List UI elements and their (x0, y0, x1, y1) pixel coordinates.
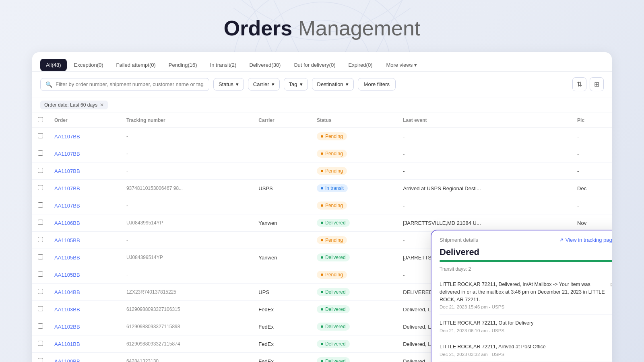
search-input[interactable] (56, 81, 204, 87)
carrier: USPS (253, 180, 311, 197)
panel-title-label: Shipment details (440, 237, 478, 243)
event-description: LITTLE ROCK,AR 72211, Out for Delivery (440, 319, 612, 327)
row-checkbox[interactable] (38, 306, 43, 311)
page-title-section: Orders Management (0, 0, 644, 52)
progress-bar-wrap (431, 260, 612, 262)
tab-pending[interactable]: Pending(16) (163, 59, 203, 71)
tracking-number: - (121, 128, 253, 145)
row-checkbox[interactable] (38, 341, 43, 346)
pic: - (572, 197, 612, 214)
tab-all[interactable]: All(48) (40, 59, 67, 71)
tag-filter-button[interactable]: Tag (284, 78, 308, 90)
order-link[interactable]: AA1107BB (54, 185, 80, 191)
tab-out-for-delivery[interactable]: Out for delivery(0) (288, 59, 341, 71)
row-checkbox[interactable] (38, 237, 43, 242)
view-tracking-link[interactable]: ↗ View in tracking page (559, 237, 612, 243)
row-checkbox[interactable] (38, 150, 43, 156)
status-cell: Delivered (311, 214, 397, 232)
transit-days: Transit days: 2 (431, 265, 612, 276)
order-link[interactable]: AA1102BB (54, 324, 80, 330)
order-link[interactable]: AA1105BB (54, 255, 80, 261)
row-checkbox[interactable] (38, 272, 43, 277)
order-link[interactable]: AA1104BB (54, 289, 80, 295)
order-link[interactable]: AA1107BB (54, 151, 80, 157)
table-row[interactable]: AA1107BB - Pending - - (32, 162, 612, 180)
active-filters-row: Order date: Last 60 days ✕ (32, 97, 612, 113)
panel-status: Delivered (431, 247, 612, 260)
event-item: LITTLE ROCK,AR 72211, Delivered, In/At M… (440, 276, 612, 315)
status-dot (321, 256, 323, 259)
tab-expired[interactable]: Expired(0) (343, 59, 378, 71)
sort-button[interactable]: ⇅ (572, 77, 586, 91)
tracking-number: 93748110153006467 98... (121, 180, 253, 197)
row-checkbox[interactable] (38, 323, 43, 329)
row-checkbox[interactable] (38, 358, 43, 362)
order-link[interactable]: AA1105BB (54, 272, 80, 278)
order-link[interactable]: AA1107BB (54, 203, 80, 209)
row-checkbox[interactable] (38, 202, 43, 208)
status-badge: Delivered (317, 305, 350, 313)
row-checkbox[interactable] (38, 289, 43, 294)
event-main: LITTLE ROCK,AR 72211, Delivered, In/At M… (440, 281, 612, 303)
order-link[interactable]: AA1103BB (54, 306, 80, 313)
status-badge: Pending (317, 167, 347, 175)
columns-button[interactable]: ⊞ (590, 77, 604, 91)
table-row[interactable]: AA1107BB - Pending - - (32, 145, 612, 162)
destination-filter-button[interactable]: Destination (312, 78, 354, 90)
tracking-number: 61290988093327115874 (121, 335, 253, 353)
status-cell: Delivered (311, 335, 397, 353)
carrier: FedEx (253, 353, 311, 362)
tracking-number: 61290988093327106315 (121, 301, 253, 318)
pic: - (572, 162, 612, 180)
tab-delivered[interactable]: Delivered(30) (244, 59, 286, 71)
status-cell: Pending (311, 197, 397, 214)
table-row[interactable]: AA1107BB 93748110153006467 98... USPS In… (32, 180, 612, 197)
row-checkbox[interactable] (38, 168, 43, 173)
tab-exception[interactable]: Exception(0) (68, 59, 109, 71)
status-dot (321, 360, 323, 362)
status-badge: Delivered (317, 288, 350, 296)
status-dot (321, 325, 323, 328)
status-dot (321, 291, 323, 293)
status-badge: Delivered (317, 219, 350, 227)
status-filter-button[interactable]: Status (213, 78, 244, 90)
order-link[interactable]: AA1105BB (54, 237, 80, 243)
event-description: LITTLE ROCK,AR 72211, Delivered, In/At M… (440, 281, 607, 303)
row-checkbox[interactable] (38, 254, 43, 259)
event-main: LITTLE ROCK,AR 72211, Out for Delivery (440, 319, 612, 327)
status-cell: Pending (311, 128, 397, 145)
tracking-number: UJ084399514YP (121, 249, 253, 266)
table-row[interactable]: AA1107BB - Pending - - (32, 128, 612, 145)
carrier-chevron-icon (272, 81, 275, 87)
order-link[interactable]: AA1106BB (54, 220, 80, 226)
order-link[interactable]: AA1107BB (54, 134, 80, 140)
status-dot (321, 170, 323, 172)
carrier (253, 197, 311, 214)
status-chevron-icon (236, 81, 239, 87)
status-badge: Pending (317, 132, 347, 140)
order-link[interactable]: AA1101BB (54, 341, 80, 347)
pic: Dec (572, 180, 612, 197)
remove-filter-button[interactable]: ✕ (100, 102, 104, 108)
select-all-checkbox[interactable] (38, 117, 43, 122)
row-checkbox[interactable] (38, 185, 43, 190)
row-checkbox[interactable] (38, 133, 43, 138)
row-checkbox[interactable] (38, 220, 43, 225)
more-views-button[interactable]: More views (381, 59, 422, 71)
progress-bar (440, 260, 612, 262)
order-link[interactable]: AA1100BB (54, 358, 80, 362)
tab-failed-attempt[interactable]: Failed attempt(0) (111, 59, 161, 71)
event-time: Dec 21, 2023 15:46 pm - USPS (440, 304, 612, 309)
search-box[interactable]: 🔍 (40, 78, 209, 91)
table-row[interactable]: AA1106BB UJ084399514YP Yanwen Delivered … (32, 214, 612, 232)
external-link-icon: ↗ (559, 237, 564, 243)
tracking-number: - (121, 197, 253, 214)
table-row[interactable]: AA1107BB - Pending - - (32, 197, 612, 214)
status-badge: Delivered (317, 323, 350, 331)
last-event: - (397, 162, 572, 180)
order-link[interactable]: AA1107BB (54, 168, 80, 174)
pic: Nov (572, 214, 612, 232)
tab-in-transit[interactable]: In transit(2) (204, 59, 242, 71)
more-filters-button[interactable]: More filters (358, 78, 396, 90)
carrier-filter-button[interactable]: Carrier (248, 78, 280, 90)
